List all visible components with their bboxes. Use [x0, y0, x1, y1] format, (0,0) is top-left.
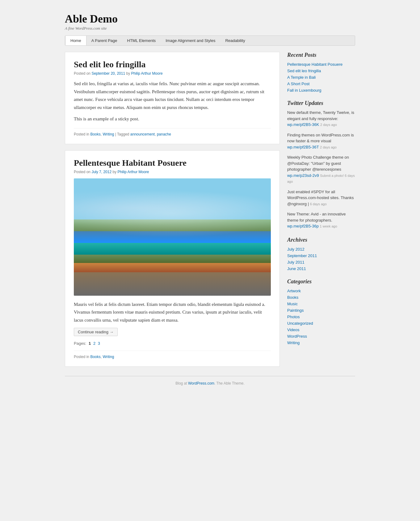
twitter-title: Twitter Updates — [287, 100, 355, 106]
tweet-link[interactable]: wp.me/p23sd-2v9 — [287, 173, 319, 178]
tweet-link[interactable]: wp.me/pf2B5-36K — [287, 122, 319, 127]
recent-posts-list: Pellentesque Habitant Posuere Sed elit l… — [287, 61, 355, 93]
post-footer: Posted in Books, Writing | Tagged announ… — [74, 128, 271, 136]
archive-link[interactable]: July 2012 — [287, 247, 304, 252]
category-writing-2[interactable]: Writing — [103, 355, 114, 359]
widget-recent-posts: Recent Posts Pellentesque Habitant Posue… — [287, 52, 355, 93]
page-2[interactable]: 2 — [93, 341, 95, 346]
pagination: Pages: 1 2 3 — [74, 341, 271, 346]
nav-item-readability[interactable]: Readability — [220, 36, 250, 45]
archive-link[interactable]: July 2011 — [287, 260, 304, 265]
archives-title: Archives — [287, 237, 355, 243]
archive-link[interactable]: September 2011 — [287, 253, 317, 258]
post-title-2[interactable]: Pellentesque Habitant Posuere — [74, 158, 271, 168]
tweet-5: New Theme: Avid - an innovative theme fo… — [287, 211, 355, 229]
main-nav: Home A Parent Page HTML Elements Image A… — [65, 35, 355, 46]
list-item: Photos — [287, 314, 355, 319]
recent-post-link[interactable]: Sed elit leo fringilla — [287, 69, 321, 73]
list-item: Books — [287, 294, 355, 300]
post-body: Sed elit leo, fringilla at varius at, ia… — [74, 80, 271, 123]
site-footer: Blog at WordPress.com. The Able Theme. — [65, 376, 355, 390]
category-books-2[interactable]: Books — [90, 355, 100, 359]
tag-announcement[interactable]: announcement — [130, 132, 155, 136]
cat-link[interactable]: Writing — [287, 340, 300, 345]
nav-item-image[interactable]: Image Alignment and Styles — [161, 36, 220, 45]
continue-reading-link[interactable]: Continue reading → — [74, 328, 118, 336]
post-date-2[interactable]: July 7, 2012 — [91, 170, 111, 174]
list-item: Writing — [287, 340, 355, 345]
list-item: Pellentesque Habitant Posuere — [287, 61, 355, 67]
widget-twitter: Twitter Updates New default theme, Twent… — [287, 100, 355, 229]
recent-post-link[interactable]: A Short Post — [287, 81, 309, 86]
category-books[interactable]: Books — [90, 132, 100, 136]
sidebar: Recent Posts Pellentesque Habitant Posue… — [287, 52, 355, 373]
list-item: Uncategorized — [287, 320, 355, 326]
widget-archives: Archives July 2012 September 2011 July 2… — [287, 237, 355, 271]
continue-reading-wrapper: Continue reading → — [74, 328, 271, 341]
cat-link[interactable]: Uncategorized — [287, 321, 313, 326]
list-item: A Temple in Bali — [287, 74, 355, 80]
archives-list: July 2012 September 2011 July 2011 June … — [287, 246, 355, 271]
tweet-3: Weekly Photo Challenge theme on @PostaDa… — [287, 154, 355, 185]
list-item: July 2012 — [287, 246, 355, 252]
archive-link[interactable]: June 2011 — [287, 266, 306, 271]
list-item: Videos — [287, 327, 355, 332]
post-meta-2: Posted on July 7, 2012 by Philip Arthur … — [74, 170, 271, 174]
post-footer-2: Posted in Books, Writing — [74, 351, 271, 359]
categories-title: Categories — [287, 278, 355, 285]
widget-categories: Categories Artwork Books Music Paintings… — [287, 278, 355, 345]
recent-posts-title: Recent Posts — [287, 52, 355, 58]
post-body-2: Mauris vel felis at felis dictum laoreet… — [74, 301, 271, 324]
page-3[interactable]: 3 — [98, 341, 100, 346]
cat-link[interactable]: Artwork — [287, 289, 301, 293]
recent-post-link[interactable]: Pellentesque Habitant Posuere — [287, 62, 342, 67]
category-writing[interactable]: Writing — [103, 132, 114, 136]
tweet-2: Finding themes on WordPress.com is now f… — [287, 132, 355, 150]
cat-link[interactable]: WordPress — [287, 334, 307, 339]
post-sticky: Sed elit leo fringilla Posted on Septemb… — [65, 52, 280, 144]
nav-item-parent[interactable]: A Parent Page — [86, 36, 122, 45]
list-item: Music — [287, 301, 355, 306]
list-item: July 2011 — [287, 259, 355, 265]
list-item: WordPress — [287, 333, 355, 339]
nav-item-html[interactable]: HTML Elements — [122, 36, 161, 45]
list-item: Sed elit leo fringilla — [287, 68, 355, 73]
post-title[interactable]: Sed elit leo fringilla — [74, 60, 271, 69]
cat-link[interactable]: Videos — [287, 327, 300, 332]
tweet-4: Just enabled #SPDY for all WordPress.com… — [287, 189, 355, 207]
post-pellentesque: Pellentesque Habitant Posuere Posted on … — [65, 150, 280, 367]
post-image — [74, 178, 271, 296]
post-author[interactable]: Philip Arthur Moore — [131, 71, 163, 76]
list-item: September 2011 — [287, 253, 355, 258]
recent-post-link[interactable]: Fall in Luxembourg — [287, 88, 321, 93]
page-1[interactable]: 1 — [89, 341, 91, 346]
cat-link[interactable]: Paintings — [287, 308, 304, 313]
tweet-link[interactable]: wp.me/pf2B5-36T — [287, 145, 319, 149]
tag-panache[interactable]: panache — [157, 132, 171, 136]
post-date[interactable]: September 20, 2011 — [91, 71, 125, 76]
list-item: Fall in Luxembourg — [287, 87, 355, 93]
cat-link[interactable]: Music — [287, 302, 298, 306]
post-meta: Posted on September 20, 2011 by Philip A… — [74, 71, 271, 76]
site-title: Able Demo — [65, 12, 355, 25]
nav-item-home[interactable]: Home — [65, 36, 86, 45]
main-content: Sed elit leo fringilla Posted on Septemb… — [65, 52, 280, 373]
list-item: A Short Post — [287, 81, 355, 86]
tweet-link[interactable]: wp.me/pf2B5-36p — [287, 224, 319, 228]
tweet-1: New default theme, Twenty Twelve, is ele… — [287, 110, 355, 128]
list-item: Paintings — [287, 307, 355, 313]
site-tagline: A fine WordPress.com site — [65, 26, 355, 31]
list-item: Artwork — [287, 288, 355, 293]
cat-link[interactable]: Photos — [287, 315, 300, 319]
cat-link[interactable]: Books — [287, 295, 298, 300]
post-author-2[interactable]: Philip Arthur Moore — [117, 170, 149, 174]
recent-post-link[interactable]: A Temple in Bali — [287, 75, 316, 80]
list-item: June 2011 — [287, 266, 355, 271]
site-header: Able Demo A fine WordPress.com site — [65, 6, 355, 35]
footer-link[interactable]: WordPress.com — [188, 381, 214, 386]
categories-list: Artwork Books Music Paintings Photos Unc… — [287, 288, 355, 345]
